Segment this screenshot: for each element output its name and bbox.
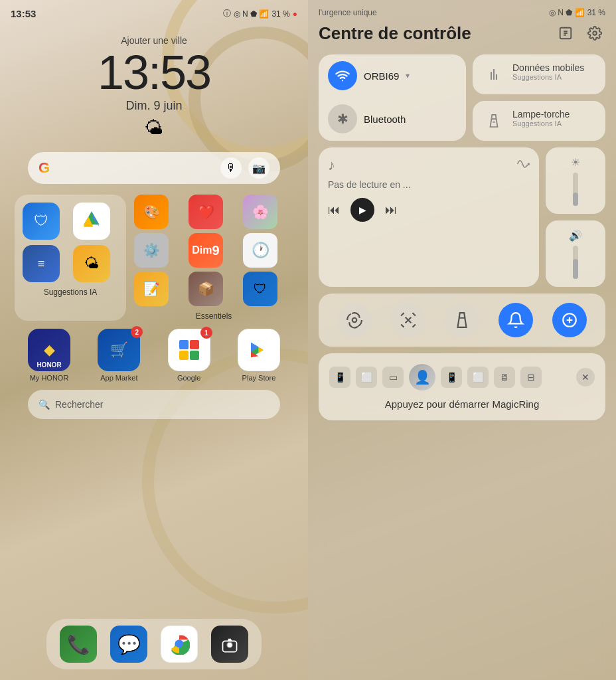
brightness-slider[interactable]	[573, 173, 578, 206]
app-icon-health[interactable]: ❤️	[189, 195, 223, 229]
dock-camera[interactable]	[211, 626, 248, 663]
cc-brightness-tile[interactable]: ☀	[546, 147, 605, 214]
battery-left: 31 %	[271, 9, 289, 19]
app-icon-play-store[interactable]	[238, 329, 280, 371]
google-logo: G	[38, 159, 50, 177]
media-title: Pas de lecture en ...	[328, 179, 530, 190]
bluetooth-name: Bluetooth	[364, 114, 406, 125]
cc-header-icons	[555, 23, 605, 44]
magic-ring-close-button[interactable]: ✕	[576, 368, 595, 386]
app-icon-calendar[interactable]: Dim9	[189, 233, 223, 268]
app-dock: 📞 💬	[46, 619, 262, 669]
cc-brightness-volume: ☀ 🔊	[546, 147, 605, 287]
app-icon-security[interactable]: 🛡	[243, 272, 277, 306]
dock-chrome[interactable]	[161, 626, 198, 663]
media-header: ♪	[328, 157, 530, 174]
status-time-left: 13:53	[11, 8, 36, 19]
app-icon-google[interactable]: 1	[168, 329, 210, 371]
cc-tile-stack-right: Données mobiles Suggestions IA Lampe-tor…	[473, 54, 605, 141]
device-icon-4: 📱	[441, 367, 462, 388]
app-label-my-honor: My HONOR	[30, 374, 69, 382]
volume-fill	[573, 259, 578, 279]
qa-notification-button[interactable]	[499, 303, 533, 337]
magic-ring-devices: 📱 ⬜ ▭ 👤 📱 ⬜ 🖥 ⊟	[329, 364, 542, 390]
app-my-honor[interactable]: ◆ HONOR My HONOR	[28, 329, 70, 382]
bottom-search-bar[interactable]: 🔍 Rechercher	[28, 390, 280, 419]
svg-point-3	[228, 643, 232, 647]
dot-icon: ●	[293, 9, 297, 19]
lens-search-button[interactable]: 📷	[248, 157, 270, 179]
status-icons-left: ⓘ ◎ N ⬟ 📶 31 % ●	[223, 8, 297, 19]
app-icon-drive[interactable]	[73, 203, 110, 240]
svg-point-7	[528, 163, 530, 165]
app-icon-app-market[interactable]: 🛒 2	[98, 329, 140, 371]
cc-volume-tile[interactable]: 🔊	[546, 220, 605, 287]
signal-icons: ◎ N ⬟ 📶	[234, 9, 270, 19]
qa-screenshot-button[interactable]	[391, 303, 425, 337]
cc-tile-data-mobile[interactable]: Données mobiles Suggestions IA	[473, 54, 605, 94]
wifi-icon[interactable]	[328, 61, 357, 90]
control-center-title: Centre de contrôle	[319, 23, 471, 44]
status-bar-left: 13:53 ⓘ ◎ N ⬟ 📶 31 % ●	[0, 0, 308, 19]
search-placeholder-bottom: Rechercher	[55, 399, 103, 410]
app-icon-shield[interactable]: 🛡	[23, 203, 60, 240]
cc-settings-button[interactable]	[584, 23, 605, 44]
app-icon-clock[interactable]: 🕐	[243, 233, 277, 268]
app-label-play-store: Play Store	[242, 374, 276, 382]
wifi-name: ORBI69	[364, 70, 399, 82]
bluetooth-icon[interactable]: ✱	[328, 104, 357, 133]
app-google[interactable]: 1 Google	[168, 329, 210, 382]
magic-ring-label: Appuyez pour démarrer MagicRing	[329, 398, 595, 410]
qa-hotspot-button[interactable]	[337, 303, 372, 337]
app-grid-area: 🛡 ≡ 🌤 Suggestions IA	[15, 195, 293, 321]
media-prev-button[interactable]: ⏮	[328, 203, 340, 217]
app-icon-settings[interactable]: ⚙️	[134, 233, 169, 268]
cc-tile-wifi-bt[interactable]: ORBI69 ▾ ✱ Bluetooth	[319, 54, 466, 141]
app-icon-notes[interactable]: 📝	[134, 272, 169, 306]
dock-phone[interactable]: 📞	[60, 626, 97, 663]
app-icon-my-honor[interactable]: ◆ HONOR	[28, 329, 70, 371]
app-label-app-market: App Market	[100, 374, 137, 382]
app-label-google: Google	[177, 374, 200, 382]
signal-icons-right: ◎ N ⬟ 📶	[549, 8, 585, 17]
urgence-text: l'urgence unique	[319, 8, 377, 17]
wifi-tile[interactable]: ORBI69 ▾	[319, 54, 419, 97]
app-icon-weather[interactable]: 🌤	[73, 245, 110, 282]
dock-messages[interactable]: 💬	[110, 626, 147, 663]
device-icon-3: ▭	[382, 367, 404, 388]
cc-quick-actions	[319, 294, 605, 347]
voice-search-button[interactable]: 🎙	[220, 157, 242, 179]
app-play-store[interactable]: Play Store	[238, 329, 280, 382]
right-panel: l'urgence unique ◎ N ⬟ 📶 31 % Centre de …	[308, 0, 616, 680]
left-panel: 13:53 ⓘ ◎ N ⬟ 📶 31 % ● Ajouter une ville…	[0, 0, 308, 680]
app-icon-calculator[interactable]: ≡	[23, 245, 60, 282]
control-center-header: Centre de contrôle	[319, 23, 605, 44]
folder-essentiels[interactable]: 🎨 ❤️ 🌸 ⚙️ Dim9 🕐 📝 📦 🛡 Essentiels	[134, 195, 293, 321]
status-bar-right: l'urgence unique ◎ N ⬟ 📶 31 %	[319, 0, 605, 23]
cc-media-tile[interactable]: ♪ Pas de lecture en ... ⏮ ▶ ⏭	[319, 147, 539, 287]
cc-tile-flashlight[interactable]: Lampe-torche Suggestions IA	[473, 101, 605, 141]
app-icon-photos[interactable]: 🌸	[243, 195, 277, 229]
search-bar[interactable]: G 🎙 📷	[28, 152, 280, 184]
cc-edit-button[interactable]	[555, 23, 576, 44]
folder-suggestions-ia[interactable]: 🛡 ≡ 🌤 Suggestions IA	[15, 195, 126, 321]
device-icon-1: 📱	[329, 367, 350, 388]
volume-icon: 🔊	[569, 229, 582, 242]
music-note-icon: ♪	[328, 157, 335, 174]
magic-ring-banner[interactable]: 📱 ⬜ ▭ 👤 📱 ⬜ 🖥 ⊟ ✕ Appuyez pour démarrer …	[319, 353, 605, 420]
folder-label-essentiels: Essentiels	[134, 311, 293, 321]
app-icon-theme[interactable]: 🎨	[134, 195, 169, 229]
badge-app-market: 2	[131, 326, 143, 338]
bluetooth-tile[interactable]: ✱ Bluetooth	[319, 98, 415, 140]
qa-torch-button[interactable]	[445, 303, 479, 337]
magic-ring-top: 📱 ⬜ ▭ 👤 📱 ⬜ 🖥 ⊟ ✕	[329, 364, 595, 390]
qa-nfc-button[interactable]	[552, 303, 587, 337]
bottom-apps-row: ◆ HONOR My HONOR 🛒 2 App Market	[28, 329, 280, 382]
clock-widget[interactable]: Ajouter une ville 13:53 Dim. 9 juin 🌤	[98, 35, 210, 139]
app-app-market[interactable]: 🛒 2 App Market	[98, 329, 140, 382]
media-play-button[interactable]: ▶	[350, 198, 374, 222]
volume-slider[interactable]	[573, 246, 578, 279]
media-next-button[interactable]: ⏭	[385, 203, 397, 217]
device-icon-2: ⬜	[356, 367, 377, 388]
app-icon-files[interactable]: 📦	[189, 272, 223, 306]
